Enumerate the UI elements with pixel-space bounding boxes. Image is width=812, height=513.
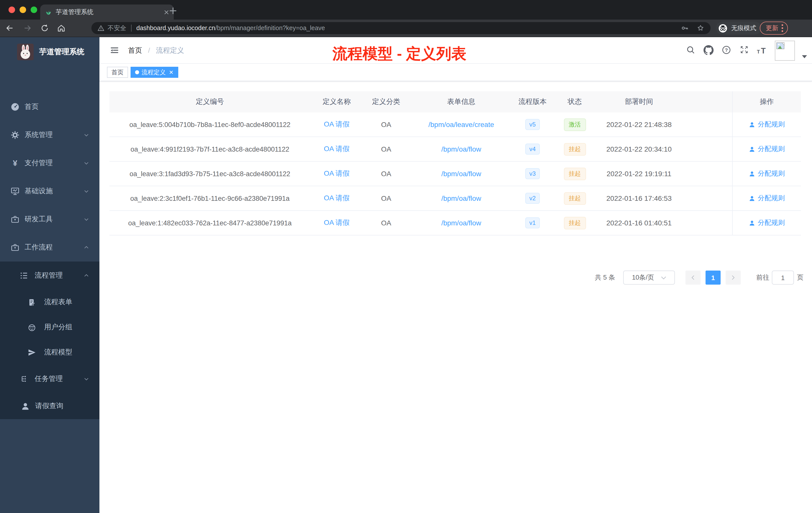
version-badge: v3	[525, 168, 540, 179]
help-icon[interactable]: ?	[722, 45, 731, 55]
current-page-button[interactable]: 1	[705, 271, 721, 284]
status-badge: 挂起	[564, 217, 586, 229]
font-size-icon[interactable]: TT	[757, 46, 769, 55]
reload-icon[interactable]	[40, 24, 49, 33]
definition-name-link[interactable]: OA 请假	[324, 169, 350, 177]
sidebar-item-process-management[interactable]: 流程管理	[0, 262, 99, 290]
chevron-down-icon	[83, 132, 89, 138]
update-label[interactable]: 更新	[766, 24, 778, 32]
sidebar-item-user-group[interactable]: 用户分组	[0, 315, 99, 340]
key-icon[interactable]	[681, 24, 689, 32]
version-badge: v1	[525, 217, 540, 229]
table-row: oa_leave:5:004b710b-7b8a-11ec-8ef0-acde4…	[110, 113, 801, 137]
sidebar-item-label: 流程管理	[35, 271, 63, 280]
sidebar-item-payment[interactable]: ¥ 支付管理	[0, 149, 99, 177]
cell-definition-id: oa_leave:1:482ec033-762a-11ec-8477-a2380…	[110, 219, 310, 227]
assign-rule-link[interactable]: 分配规则	[749, 218, 785, 228]
assign-rule-link[interactable]: 分配规则	[749, 169, 785, 178]
chevron-up-icon	[83, 244, 89, 250]
sidebar-item-home[interactable]: 首页	[0, 93, 99, 121]
sidebar-item-process-model[interactable]: 流程模型	[0, 340, 99, 365]
form-link[interactable]: /bpm/oa/flow	[441, 194, 481, 202]
tab-close-icon[interactable]	[164, 10, 169, 14]
sidebar-item-label: 用户分组	[44, 323, 72, 332]
sidebar-item-devtools[interactable]: 研发工具	[0, 205, 99, 233]
tag-close-icon[interactable]	[169, 70, 174, 75]
sidebar-item-label: 基础设施	[25, 187, 53, 196]
assign-rule-link[interactable]: 分配规则	[749, 194, 785, 203]
page-size-select[interactable]: 10条/页	[623, 271, 675, 284]
warning-icon	[97, 25, 105, 32]
chevron-down-icon	[83, 216, 89, 222]
github-icon[interactable]	[703, 45, 714, 55]
sidebar-item-workflow[interactable]: 工作流程	[0, 233, 99, 262]
breadcrumb-current: 流程定义	[156, 46, 184, 54]
window-minimize-button[interactable]	[20, 6, 26, 13]
paper-plane-icon	[28, 348, 36, 357]
gear-icon	[10, 130, 20, 140]
sidebar-item-label: 流程表单	[44, 298, 72, 307]
version-badge: v4	[525, 144, 540, 155]
sidebar-item-leave-query[interactable]: 请假查询	[0, 393, 99, 419]
new-tab-button[interactable]	[170, 7, 176, 14]
sidebar-item-infrastructure[interactable]: 基础设施	[0, 177, 99, 205]
table-row: oa_leave:2:3c1f0ef1-76b1-11ec-9c66-a2380…	[110, 186, 801, 211]
user-avatar-broken-image[interactable]	[775, 41, 795, 61]
form-link[interactable]: /bpm/oa/flow	[441, 145, 481, 153]
select-caret-icon	[661, 276, 666, 279]
kebab-menu-icon[interactable]	[781, 24, 783, 32]
assign-rule-link[interactable]: 分配规则	[749, 120, 785, 129]
definition-table: 定义编号 定义名称 定义分类 表单信息 流程版本 状态 部署时间 操作 oa_l…	[110, 91, 801, 235]
fullscreen-icon[interactable]	[740, 45, 749, 54]
sidebar-item-label: 请假查询	[35, 401, 63, 411]
incognito-label: 无痕模式	[731, 24, 756, 32]
form-link[interactable]: /bpm/oa/leave/create	[428, 120, 494, 128]
browser-tabstrip: 芋道管理系统	[0, 0, 812, 20]
cell-definition-id: oa_leave:4:991f2193-7b7f-11ec-a3c8-acde4…	[110, 145, 310, 153]
browser-tab[interactable]: 芋道管理系统	[40, 4, 174, 20]
goto-page-input[interactable]	[772, 271, 794, 284]
window-zoom-button[interactable]	[31, 6, 37, 13]
bookmark-star-icon[interactable]	[696, 24, 704, 32]
window-close-button[interactable]	[8, 6, 15, 13]
pagination-total: 共 5 条	[595, 273, 615, 282]
app-title: 芋道管理系统	[39, 47, 84, 57]
breadcrumb-home[interactable]: 首页	[128, 46, 142, 54]
tag-label: 流程定义	[142, 68, 166, 77]
sidebar-item-task-management[interactable]: 任务管理	[0, 365, 99, 393]
search-icon[interactable]	[686, 45, 696, 55]
cell-definition-id: oa_leave:5:004b710b-7b8a-11ec-8ef0-acde4…	[110, 121, 310, 128]
back-icon[interactable]	[5, 24, 14, 33]
assign-rule-link[interactable]: 分配规则	[749, 145, 785, 154]
tag-home[interactable]: 首页	[107, 67, 128, 78]
pagination: 共 5 条 10条/页 1 前往 页	[99, 271, 812, 284]
org-tree-icon	[20, 375, 28, 383]
column-header: 表单信息	[409, 97, 513, 107]
sidebar-item-process-form[interactable]: 流程表单	[0, 290, 99, 315]
tag-process-definition[interactable]: 流程定义	[130, 67, 178, 78]
definition-name-link[interactable]: OA 请假	[324, 145, 350, 153]
form-link[interactable]: /bpm/oa/flow	[441, 170, 481, 178]
hamburger-icon[interactable]	[110, 46, 119, 55]
sidebar-item-label: 系统管理	[25, 130, 53, 140]
definition-name-link[interactable]: OA 请假	[324, 194, 350, 202]
browser-update-button[interactable]: 更新	[760, 22, 788, 35]
caret-down-icon[interactable]	[802, 55, 807, 58]
definition-name-link[interactable]: OA 请假	[324, 120, 350, 128]
home-icon[interactable]	[57, 24, 66, 33]
next-page-button[interactable]	[726, 271, 741, 284]
app-navbar: 首页 / 流程定义 流程模型 - 定义列表 ? TT	[99, 37, 812, 64]
security-label[interactable]: 不安全	[108, 24, 126, 32]
main-panel: 首页 / 流程定义 流程模型 - 定义列表 ? TT	[99, 37, 812, 513]
sidebar: 芋道管理系统 首页 系统管理	[0, 37, 99, 513]
address-bar[interactable]: 不安全 dashboard.yudao.iocoder.cn/bpm/manag…	[91, 22, 710, 34]
monitor-icon	[10, 187, 20, 196]
workflow-submenu: 流程管理 流程表单	[0, 262, 99, 419]
sidebar-item-system[interactable]: 系统管理	[0, 121, 99, 149]
version-badge: v2	[525, 193, 540, 204]
prev-page-button[interactable]	[686, 271, 700, 284]
forward-icon[interactable]	[23, 24, 32, 33]
definition-name-link[interactable]: OA 请假	[324, 218, 350, 227]
browser-toolbar: 不安全 dashboard.yudao.iocoder.cn/bpm/manag…	[0, 20, 812, 37]
form-link[interactable]: /bpm/oa/flow	[441, 219, 481, 227]
